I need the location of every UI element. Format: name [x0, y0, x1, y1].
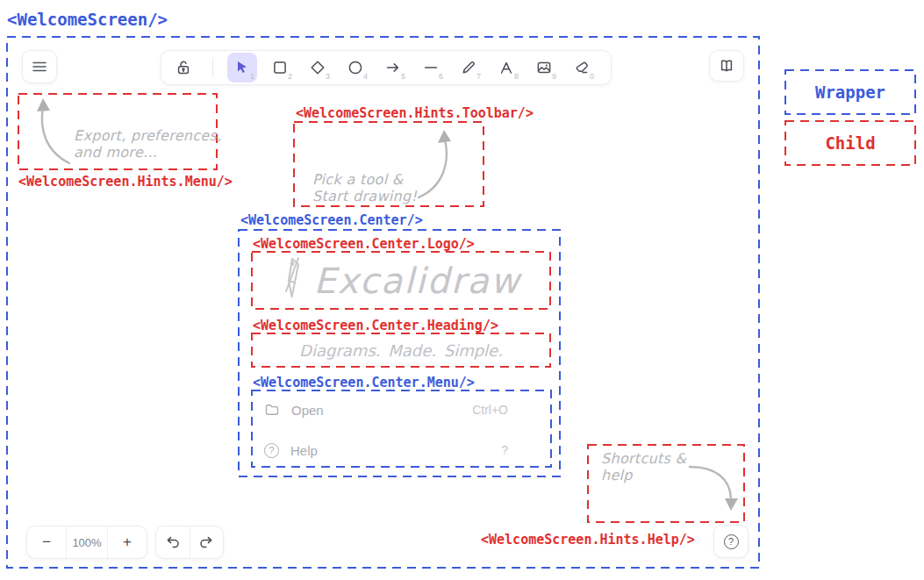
- zoom-level-button[interactable]: 100%: [67, 526, 107, 558]
- tool-shortcut: 4: [363, 72, 368, 81]
- menu-item-help[interactable]: Help ?: [264, 440, 539, 461]
- center-label: <WelcomeScreen.Center/>: [240, 212, 423, 228]
- toolbar: 1 2 3 4 5: [161, 50, 612, 85]
- tool-shortcut: 7: [476, 72, 481, 81]
- tool-shortcut: 3: [326, 72, 330, 81]
- eraser-icon: [573, 59, 591, 76]
- hint-help-text: Shortcuts & help: [601, 450, 686, 483]
- hints-menu-label: <WelcomeScreen.Hints.Menu/>: [18, 174, 233, 190]
- excalidraw-logo: Excalidraw: [252, 252, 550, 309]
- tool-shortcut: 1: [250, 72, 254, 81]
- tool-draw[interactable]: 7: [454, 53, 483, 82]
- hints-help-label: <WelcomeScreen.Hints.Help/>: [481, 532, 695, 548]
- tool-shortcut: 8: [514, 72, 519, 81]
- hint-menu-text: Export, preferences, and more...: [74, 127, 222, 161]
- undo-button[interactable]: [156, 526, 190, 558]
- hint-menu-line2: and more...: [74, 144, 222, 161]
- excalidraw-logo-icon: [281, 256, 304, 305]
- zoom-controls: − 100% +: [26, 526, 147, 559]
- legend-child-label: Child: [825, 133, 875, 153]
- text-icon: [498, 59, 515, 76]
- welcome-center-menu: Open Ctrl+O Help ?: [252, 390, 551, 467]
- library-book-icon: [718, 57, 735, 75]
- lock-open-icon: [175, 59, 192, 76]
- zoom-out-button[interactable]: −: [27, 526, 66, 558]
- tool-shortcut: 0: [590, 72, 594, 81]
- hand-drawn-arrow-icon: [684, 456, 741, 518]
- tool-text[interactable]: 8: [491, 53, 521, 82]
- redo-icon: [198, 534, 214, 550]
- hint-help-line2: help: [601, 467, 686, 483]
- hints-toolbar-label: <WelcomeScreen.Hints.Toolbar/>: [296, 105, 534, 121]
- logo-wordmark: Excalidraw: [313, 261, 520, 301]
- center-logo-label: <WelcomeScreen.Center.Logo/>: [253, 236, 475, 252]
- center-menu-label: <WelcomeScreen.Center.Menu/>: [253, 375, 475, 390]
- tool-eraser[interactable]: 0: [567, 53, 597, 82]
- tool-ellipse[interactable]: 4: [340, 53, 370, 82]
- tool-line[interactable]: 6: [416, 53, 446, 82]
- selection-cursor-icon: [233, 59, 251, 76]
- menu-item-shortcut: Ctrl+O: [472, 403, 508, 417]
- menu-item-shortcut: ?: [501, 443, 508, 457]
- zoom-level-value: 100%: [72, 536, 101, 549]
- diamond-icon: [309, 59, 326, 76]
- hint-menu-line1: Export, preferences,: [74, 127, 222, 144]
- tool-shortcut: 9: [552, 72, 556, 81]
- library-button[interactable]: [709, 50, 744, 82]
- pencil-icon: [460, 59, 477, 76]
- tool-diamond[interactable]: 3: [303, 53, 333, 82]
- help-button[interactable]: [713, 525, 749, 558]
- undo-icon: [165, 534, 181, 550]
- arrow-icon: [384, 59, 402, 76]
- tool-rectangle[interactable]: 2: [265, 53, 295, 82]
- tool-arrow[interactable]: 5: [378, 53, 408, 82]
- toolbar-divider: [212, 58, 213, 77]
- line-icon: [422, 59, 440, 76]
- hint-help-line1: Shortcuts &: [601, 450, 686, 467]
- image-icon: [535, 59, 553, 76]
- minus-icon: −: [42, 533, 51, 551]
- main-menu-button[interactable]: [22, 50, 57, 83]
- tool-shortcut: 5: [401, 72, 405, 81]
- legend-wrapper-label: Wrapper: [815, 82, 885, 102]
- tool-image[interactable]: 9: [529, 53, 559, 82]
- hint-toolbar-line2: Start drawing!: [312, 188, 417, 204]
- hamburger-icon: [32, 61, 47, 72]
- tool-shortcut: 6: [439, 72, 443, 81]
- heading-text: Diagrams. Made. Simple.: [299, 341, 503, 360]
- center-heading-label: <WelcomeScreen.Center.Heading/>: [253, 318, 498, 333]
- welcome-heading: Diagrams. Made. Simple.: [252, 333, 550, 367]
- tool-selection[interactable]: 1: [227, 53, 257, 82]
- question-mark-icon: [724, 534, 739, 549]
- welcome-screen-docs-page: <WelcomeScreen/> 1: [0, 0, 924, 580]
- help-circle-icon: [264, 443, 279, 458]
- zoom-in-button[interactable]: +: [108, 526, 147, 558]
- undo-redo-controls: [155, 526, 224, 559]
- menu-item-label: Open: [291, 403, 324, 418]
- tool-shortcut: 2: [288, 72, 292, 81]
- plus-icon: +: [123, 533, 132, 551]
- ellipse-icon: [347, 59, 364, 76]
- legend-wrapper: Wrapper: [785, 70, 915, 114]
- hint-toolbar-line1: Pick a tool &: [312, 171, 417, 188]
- folder-icon: [264, 402, 280, 418]
- rectangle-icon: [271, 59, 289, 76]
- lock-tool-button[interactable]: [168, 53, 198, 82]
- menu-item-open[interactable]: Open Ctrl+O: [264, 399, 539, 420]
- redo-button[interactable]: [190, 526, 224, 558]
- legend-child: Child: [785, 121, 915, 165]
- menu-item-label: Help: [290, 443, 318, 458]
- welcome-screen-label: <WelcomeScreen/>: [7, 10, 168, 29]
- hint-toolbar-text: Pick a tool & Start drawing!: [312, 171, 417, 204]
